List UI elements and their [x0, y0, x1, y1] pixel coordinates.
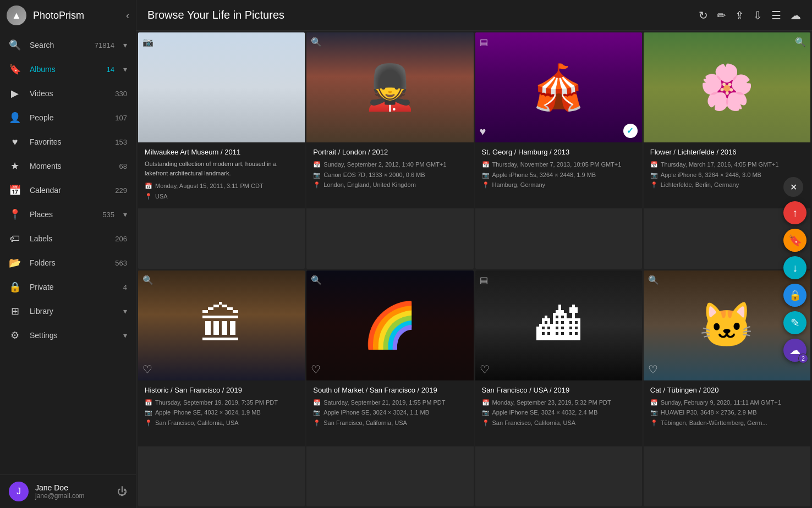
sidebar-item-albums[interactable]: 🔖 Albums 14 ▾ [0, 57, 136, 81]
photo-info-1: Milwaukee Art Museum / 2011 Outstanding … [138, 142, 305, 208]
photo-card-5[interactable]: 🏛 🔍 ♡ Historic / San Francisco / 2019 📅 … [138, 270, 305, 507]
check-icon-3: ✓ [623, 124, 638, 138]
photo-image-7: 🏙 ▤ ♡ [475, 270, 642, 380]
app-logo: ▲ [7, 5, 26, 25]
star-icon: ★ [9, 160, 21, 172]
sidebar-label-settings: Settings [30, 331, 106, 340]
photo-location-3: Hamburg, Germany [492, 180, 546, 190]
sidebar-label-private: Private [30, 283, 114, 291]
sidebar-count-people: 107 [115, 114, 127, 122]
sidebar-label-people: People [30, 113, 106, 122]
main-content: Browse Your Life in Pictures ↻ ✏ ⇪ ⇩ ☰ ☁… [136, 0, 812, 508]
edit-icon[interactable]: ✏ [717, 9, 726, 22]
fab-lock-button[interactable]: 🔒 [783, 284, 806, 307]
sidebar-item-settings[interactable]: ⚙ Settings ▾ [0, 323, 136, 347]
page-title: Browse Your Life in Pictures [147, 9, 284, 21]
sidebar-header: ▲ PhotoPrism ‹ [0, 0, 136, 31]
camera-icon-m2: 📷 [313, 170, 321, 180]
app-title: PhotoPrism [33, 10, 119, 21]
user-info: Jane Doe jane@gmail.com [35, 483, 111, 500]
label-icon: 🏷 [9, 233, 21, 245]
sidebar: ▲ PhotoPrism ‹ 🔍 Search 71814 ▾ 🔖 Albums… [0, 0, 136, 508]
photo-image-6: 🌈 🔍 ♡ [306, 270, 473, 380]
photo-location-6: San Francisco, California, USA [323, 418, 407, 428]
fab-download-button[interactable]: ↓ [783, 256, 806, 279]
heart-icon: ♥ [9, 136, 21, 148]
sidebar-item-places[interactable]: 📍 Places 535 ▾ [0, 202, 136, 227]
sidebar-count-calendar: 229 [115, 186, 127, 195]
user-name: Jane Doe [35, 483, 111, 492]
sidebar-item-people[interactable]: 👤 People 107 [0, 106, 136, 130]
photo-camera-3: Apple iPhone 5s, 3264 × 2448, 1.9 MB [492, 170, 596, 180]
photo-date-8: Sunday, February 9, 2020, 11:11 AM GMT+1 [661, 397, 781, 408]
location-icon-m3: 📍 [482, 180, 490, 190]
sidebar-footer: J Jane Doe jane@gmail.com ⏻ [0, 474, 136, 508]
calendar-icon-m5: 📅 [145, 397, 152, 408]
user-email: jane@gmail.com [35, 492, 111, 500]
sidebar-item-search[interactable]: 🔍 Search 71814 ▾ [0, 33, 136, 57]
refresh-icon[interactable]: ↻ [699, 9, 708, 22]
sidebar-item-library[interactable]: ⊞ Library ▾ [0, 299, 136, 323]
photo-location-8: Tübingen, Baden-Württemberg, Germ... [661, 418, 767, 428]
stack-icon-7: ▤ [480, 275, 488, 285]
grid-icon: ⊞ [9, 305, 21, 317]
photo-card-7[interactable]: 🏙 ▤ ♡ San Francisco / USA / 2019 📅 Monda… [475, 270, 642, 507]
camera-icon-m8: 📷 [650, 407, 658, 418]
photo-location-1: USA [155, 191, 168, 202]
settings-icon: ⚙ [9, 329, 21, 341]
sidebar-count-folders: 563 [115, 259, 127, 267]
heart-icon-5[interactable]: ♡ [142, 363, 152, 376]
camera-icon-m3: 📷 [482, 170, 490, 180]
cloud-upload-icon[interactable]: ☁ [790, 9, 801, 22]
sidebar-label-library: Library [30, 307, 106, 316]
sidebar-count-labels: 206 [115, 235, 127, 243]
photo-card-6[interactable]: 🌈 🔍 ♡ South of Market / San Francisco / … [306, 270, 473, 507]
sidebar-toggle-icon[interactable]: ‹ [126, 10, 129, 21]
fab-cluster: ✕ ↑ 🔖 ↓ 🔒 ✎ ☁ 2 [783, 177, 806, 362]
location-icon-m6: 📍 [313, 418, 321, 428]
photo-card-1[interactable]: 📷 Milwaukee Art Museum / 2011 Outstandin… [138, 32, 305, 269]
fab-edit-button[interactable]: ✎ [783, 311, 806, 334]
heart-icon-8[interactable]: ♡ [648, 363, 658, 376]
photo-info-7: San Francisco / USA / 2019 📅 Monday, Sep… [475, 380, 642, 446]
fab-close-button[interactable]: ✕ [783, 177, 803, 197]
sidebar-label-moments: Moments [30, 162, 111, 170]
calendar-icon-m7: 📅 [482, 397, 490, 408]
zoom-icon-6: 🔍 [311, 275, 322, 285]
photo-title-7: San Francisco / USA / 2019 [482, 386, 635, 394]
sidebar-item-labels[interactable]: 🏷 Labels 206 [0, 227, 136, 251]
photo-date-1: Monday, August 15, 2011, 3:11 PM CDT [155, 181, 264, 191]
fab-upload-button[interactable]: ↑ [783, 201, 806, 224]
heart-icon-6[interactable]: ♡ [311, 363, 321, 376]
fab-bookmark-button[interactable]: 🔖 [783, 229, 806, 252]
sidebar-item-videos[interactable]: ▶ Videos 330 [0, 81, 136, 106]
camera-icon-m7: 📷 [482, 407, 490, 418]
location-icon-m5: 📍 [145, 418, 152, 428]
sidebar-item-calendar[interactable]: 📅 Calendar 229 [0, 178, 136, 202]
sidebar-item-private[interactable]: 🔒 Private 4 [0, 275, 136, 299]
share-icon[interactable]: ⇪ [735, 9, 744, 22]
fab-cloud-button[interactable]: ☁ 2 [783, 339, 806, 362]
sidebar-label-search: Search [30, 41, 86, 49]
logo-icon: ▲ [12, 10, 21, 21]
photo-meta-1: 📅 Monday, August 15, 2011, 3:11 PM CDT 📍… [145, 181, 298, 201]
sidebar-item-moments[interactable]: ★ Moments 68 [0, 154, 136, 178]
photo-camera-8: HUAWEI P30, 3648 × 2736, 2.9 MB [661, 407, 757, 418]
photo-meta-8: 📅 Sunday, February 9, 2020, 11:11 AM GMT… [650, 397, 804, 428]
photo-title-4: Flower / Lichterfelde / 2016 [650, 148, 804, 156]
search-icon: 🔍 [9, 39, 21, 51]
power-icon[interactable]: ⏻ [117, 486, 127, 498]
photo-info-5: Historic / San Francisco / 2019 📅 Thursd… [138, 380, 305, 446]
heart-icon-3[interactable]: ♥ [480, 125, 486, 138]
sidebar-item-favorites[interactable]: ♥ Favorites 153 [0, 130, 136, 154]
calendar-icon-m1: 📅 [145, 181, 152, 191]
heart-icon-7[interactable]: ♡ [480, 363, 490, 376]
photo-card-3[interactable]: 🎪 ▤ ♥ ✓ St. Georg / Hamburg / 2013 📅 Thu… [475, 32, 642, 269]
download-icon[interactable]: ⇩ [753, 9, 762, 22]
camera-icon-1: 📷 [142, 37, 153, 47]
photo-card-2[interactable]: 💂 🔍 Portrait / London / 2012 📅 Sunday, S… [306, 32, 473, 269]
photo-grid: 📷 Milwaukee Art Museum / 2011 Outstandin… [136, 31, 812, 508]
sidebar-item-folders[interactable]: 📂 Folders 563 [0, 251, 136, 275]
photo-image-2: 💂 🔍 [306, 32, 473, 142]
list-icon[interactable]: ☰ [771, 9, 781, 22]
